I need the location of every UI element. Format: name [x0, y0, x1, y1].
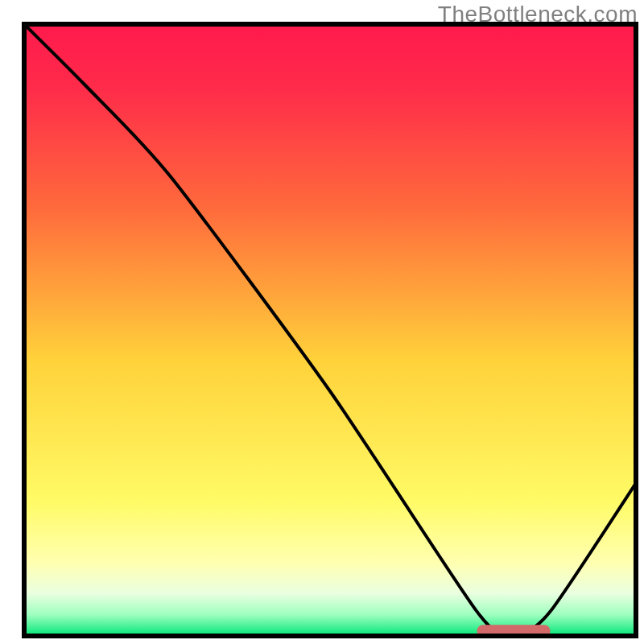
chart-svg — [0, 0, 644, 644]
chart-container: TheBottleneck.com — [0, 0, 644, 644]
watermark-text: TheBottleneck.com — [438, 2, 638, 27]
